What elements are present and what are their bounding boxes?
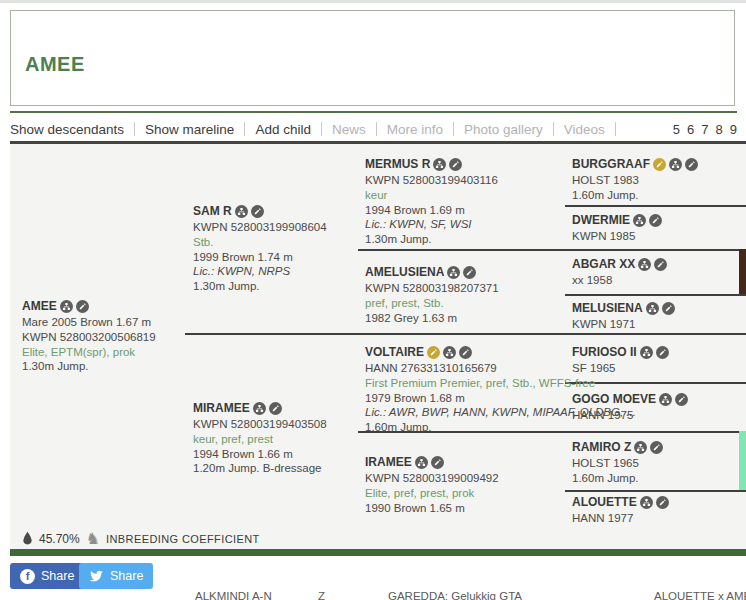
horse-name-link[interactable]: SAM R — [193, 204, 232, 219]
horse-birth: 1994 Brown 1.69 m — [365, 203, 498, 218]
edit-icon[interactable] — [459, 346, 472, 359]
generations-7-link[interactable]: 7 — [701, 122, 708, 137]
horse-reg: KWPN 528003198207371 — [365, 281, 499, 296]
twitter-bird-icon — [89, 570, 104, 583]
pedigree-icon[interactable] — [443, 346, 456, 359]
horsetelex-pedigree-page: AMEE Show descendants Show mareline Add … — [0, 0, 746, 600]
pedigree-cell-ramiro-z: RAMIRO Z HOLST 1965 1.60m Jump. — [572, 439, 663, 486]
horse-sport: 1.60m Jump. — [572, 471, 663, 486]
pedigree-cell-mermus-r: MERMUS R KWPN 528003199403116 keur 1994 … — [365, 156, 498, 247]
facebook-share-button[interactable]: f Share — [10, 563, 84, 589]
pedigree-icon[interactable] — [447, 266, 460, 279]
horse-sport: 1.30m Jump. — [193, 279, 327, 294]
blood-drop-icon — [22, 531, 33, 546]
horse-icon: ♞ — [86, 531, 100, 546]
inbreeding-label: INBREEDING COEFFICIENT — [106, 533, 260, 545]
horse-name-link[interactable]: AMEE — [22, 299, 57, 314]
edit-icon[interactable] — [449, 158, 462, 171]
generations-6-link[interactable]: 6 — [687, 122, 694, 137]
edit-icon[interactable] — [251, 205, 264, 218]
pedigree-icon[interactable] — [633, 214, 646, 227]
menu-show-descendants[interactable]: Show descendants — [10, 122, 134, 137]
pedigree-divider — [185, 333, 746, 335]
menu-show-mareline[interactable]: Show mareline — [135, 122, 244, 137]
menu-add-child[interactable]: Add child — [245, 122, 321, 137]
horse-birth: 1990 Brown 1.65 m — [365, 501, 499, 516]
generations-8-link[interactable]: 8 — [716, 122, 723, 137]
pedigree-icon[interactable] — [235, 205, 248, 218]
horse-licenses: Lic.: KWPN, NRPS — [193, 264, 327, 279]
gold-pencil-icon[interactable] — [653, 158, 666, 171]
inbreeding-value: 45.70% — [39, 532, 80, 546]
horse-name-link[interactable]: MERMUS R — [365, 157, 430, 172]
footer-link[interactable]: ALOUETTE x AMEE — [654, 590, 746, 600]
horse-birth: 1994 Brown 1.66 m — [193, 447, 327, 462]
edit-icon[interactable] — [675, 393, 688, 406]
pedigree-icon[interactable] — [659, 393, 672, 406]
edit-icon[interactable] — [76, 300, 89, 313]
generations-9-link[interactable]: 9 — [730, 122, 737, 137]
footer-link[interactable]: ALKMINDI A-N — [195, 590, 272, 600]
footer-link[interactable]: GAREDDA: Gelukkig GTA — [388, 590, 522, 600]
edit-icon[interactable] — [650, 441, 663, 454]
horse-sport: 1.30m Jump. — [365, 232, 498, 247]
edit-icon[interactable] — [463, 266, 476, 279]
horse-predicates: First Premium Premier, pref, Stb., WFFS-… — [365, 376, 636, 391]
horse-reg: KWPN 528003200506819 — [22, 330, 156, 345]
pedigree-icon[interactable] — [634, 441, 647, 454]
horse-name-link[interactable]: MIRAMEE — [193, 401, 250, 416]
horse-sport: 1.30m Jump. — [22, 359, 156, 374]
edit-icon[interactable] — [431, 456, 444, 469]
horse-reg: SF 1965 — [572, 361, 669, 376]
gold-pencil-icon[interactable] — [427, 346, 440, 359]
horse-name-link[interactable]: ALOUETTE — [572, 495, 637, 510]
pedigree-cell-abgar-xx: ABGAR XX xx 1958 — [572, 256, 667, 288]
pedigree-icon[interactable] — [640, 346, 653, 359]
horse-name-link[interactable]: ABGAR XX — [572, 257, 635, 272]
ramiro-line-bar — [739, 431, 746, 490]
edit-icon[interactable] — [654, 258, 667, 271]
horse-reg: HANN 1975 — [572, 408, 688, 423]
pedigree-icon[interactable] — [646, 302, 659, 315]
pedigree-cell-amee: AMEE Mare 2005 Brown 1.67 m KWPN 5280032… — [22, 298, 156, 374]
horse-name-link[interactable]: DWERMIE — [572, 213, 630, 228]
edit-icon[interactable] — [685, 158, 698, 171]
pedigree-divider — [565, 205, 746, 207]
pedigree-icon[interactable] — [669, 158, 682, 171]
horse-reg: KWPN 528003199009492 — [365, 471, 499, 486]
action-menu: Show descendants Show mareline Add child… — [10, 119, 737, 139]
pedigree-icon[interactable] — [60, 300, 73, 313]
edit-icon[interactable] — [662, 302, 675, 315]
thoroughbred-line-bar — [739, 249, 746, 294]
edit-icon[interactable] — [656, 346, 669, 359]
pedigree-icon[interactable] — [415, 456, 428, 469]
footer-link[interactable]: Z — [318, 590, 325, 600]
horse-reg: HANN 1977 — [572, 511, 669, 526]
horse-predicates: pref, prest, Stb. — [365, 296, 499, 311]
edit-icon[interactable] — [649, 214, 662, 227]
horse-name-link[interactable]: MELUSIENA — [572, 301, 643, 316]
horse-predicates: Elite, EPTM(spr), prok — [22, 345, 156, 360]
edit-icon[interactable] — [656, 496, 669, 509]
generations-5-link[interactable]: 5 — [673, 122, 680, 137]
horse-name-link[interactable]: FURIOSO II — [572, 345, 637, 360]
horse-name-link[interactable]: AMELUSIENA — [365, 265, 444, 280]
pedigree-icon[interactable] — [640, 496, 653, 509]
horse-predicates: keur — [365, 188, 498, 203]
facebook-icon: f — [20, 569, 35, 584]
horse-name-link[interactable]: RAMIRO Z — [572, 440, 631, 455]
pedigree-icon[interactable] — [433, 158, 446, 171]
horse-predicates: keur, pref, prest — [193, 432, 327, 447]
pedigree-icon[interactable] — [638, 258, 651, 271]
horse-name-link[interactable]: BURGGRAAF — [572, 157, 650, 172]
edit-icon[interactable] — [269, 402, 282, 415]
horse-birth: 1982 Grey 1.63 m — [365, 311, 499, 326]
horse-predicates: Stb. — [193, 235, 327, 250]
horse-reg: KWPN 528003199403508 — [193, 417, 327, 432]
twitter-share-button[interactable]: Share — [79, 563, 153, 589]
horse-name-link[interactable]: GOGO MOEVE — [572, 392, 656, 407]
horse-name-link[interactable]: IRAMEE — [365, 455, 412, 470]
title-divider — [10, 111, 737, 113]
horse-name-link[interactable]: VOLTAIRE — [365, 345, 424, 360]
pedigree-icon[interactable] — [253, 402, 266, 415]
